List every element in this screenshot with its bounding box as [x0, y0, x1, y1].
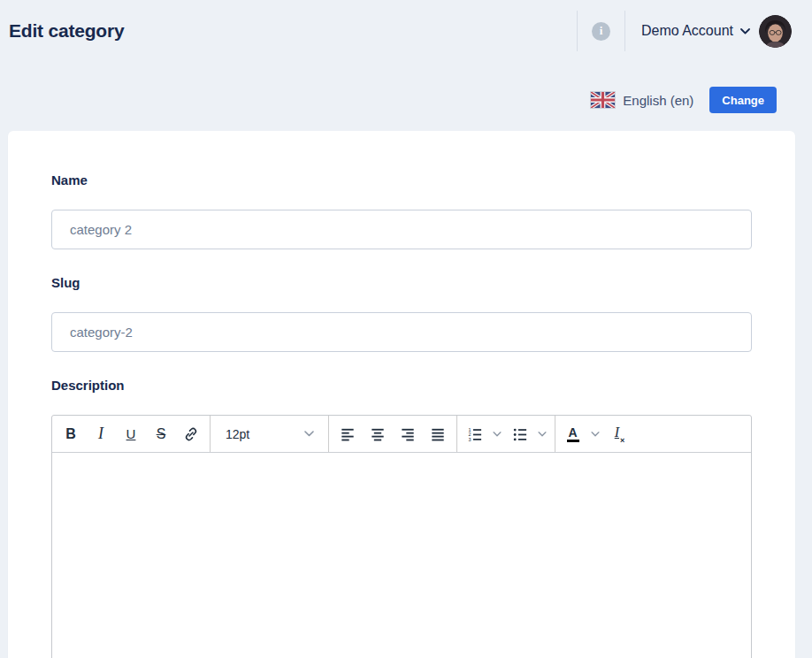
bold-button[interactable]: B	[56, 419, 86, 449]
align-left-button[interactable]	[333, 419, 363, 449]
name-input[interactable]	[51, 210, 752, 249]
bullet-list-button[interactable]	[506, 419, 533, 449]
account-menu[interactable]: Demo Account	[641, 23, 750, 39]
slug-input[interactable]	[51, 312, 752, 352]
numbered-list-button[interactable]: 1 2 3	[461, 419, 488, 449]
text-color-dropdown-button[interactable]	[586, 419, 604, 449]
toolbar-separator	[555, 416, 555, 452]
font-size-select[interactable]: 12pt	[214, 419, 325, 449]
numbered-list-dropdown-button[interactable]	[488, 419, 506, 449]
slug-label: Slug	[51, 275, 752, 290]
toolbar-separator	[456, 416, 457, 452]
editor-content-area[interactable]	[52, 453, 751, 658]
chevron-down-icon	[493, 432, 502, 437]
description-label: Description	[51, 378, 752, 393]
bullet-list-icon	[511, 425, 529, 443]
divider	[624, 11, 625, 51]
name-field-group: Name	[51, 172, 752, 249]
editor-toolbar: B I U S 12pt	[52, 416, 751, 453]
edit-category-card: Name Slug Description B I U S	[8, 131, 795, 658]
avatar[interactable]	[759, 15, 792, 48]
clear-formatting-icon: I×	[615, 425, 624, 442]
strikethrough-button[interactable]: S	[146, 419, 176, 449]
align-center-button[interactable]	[363, 419, 393, 449]
align-justify-icon	[429, 425, 447, 443]
text-color-icon: A	[567, 426, 579, 442]
align-right-icon	[399, 425, 417, 443]
uk-flag-icon	[591, 92, 615, 108]
divider	[577, 11, 578, 51]
text-color-split-button: A	[559, 419, 604, 449]
slug-field-group: Slug	[51, 275, 752, 352]
text-color-button[interactable]: A	[559, 419, 586, 449]
name-label: Name	[51, 172, 752, 187]
account-label: Demo Account	[641, 23, 733, 39]
chevron-down-icon	[538, 432, 547, 437]
link-button[interactable]	[176, 419, 206, 449]
toolbar-separator	[328, 416, 329, 452]
align-right-button[interactable]	[393, 419, 423, 449]
numbered-list-split-button: 1 2 3	[461, 419, 506, 449]
change-language-button[interactable]: Change	[709, 87, 777, 113]
align-center-icon	[369, 425, 387, 443]
toolbar-separator	[210, 416, 211, 452]
header-right: i Demo Account	[577, 11, 792, 51]
language-bar: English (en) Change	[0, 87, 812, 113]
rich-text-editor: B I U S 12pt	[51, 415, 752, 658]
description-field-group: Description B I U S	[51, 378, 752, 658]
header: Edit category i Demo Account	[0, 0, 812, 62]
language-label: English (en)	[623, 93, 693, 108]
clear-formatting-button[interactable]: I×	[604, 419, 634, 449]
underline-button[interactable]: U	[116, 419, 146, 449]
bullet-list-split-button	[506, 419, 551, 449]
font-size-value: 12pt	[226, 427, 249, 441]
chevron-down-icon	[304, 431, 314, 437]
bullet-list-dropdown-button[interactable]	[533, 419, 551, 449]
align-justify-button[interactable]	[423, 419, 453, 449]
italic-button[interactable]: I	[86, 419, 116, 449]
link-icon	[182, 425, 200, 443]
info-icon[interactable]: i	[592, 22, 610, 41]
align-left-icon	[339, 425, 356, 443]
chevron-down-icon	[591, 432, 600, 437]
svg-text:3: 3	[468, 436, 471, 441]
numbered-list-icon: 1 2 3	[466, 425, 484, 443]
chevron-down-icon	[740, 28, 750, 34]
page-title: Edit category	[9, 20, 124, 42]
